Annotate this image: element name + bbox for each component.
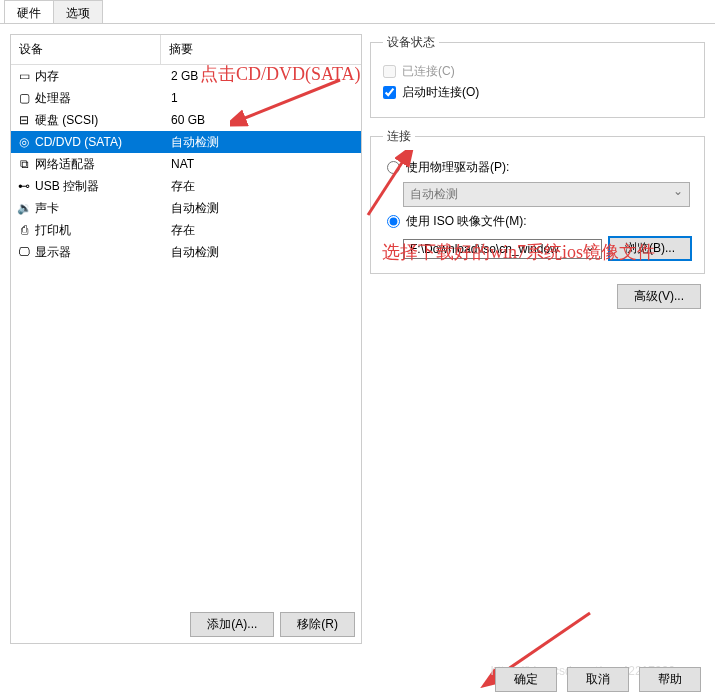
disk-icon: ⊟ (15, 113, 33, 127)
header-summary: 摘要 (161, 35, 361, 64)
help-button[interactable]: 帮助 (639, 667, 701, 692)
use-physical-label: 使用物理驱动器(P): (406, 159, 509, 176)
connection-group: 连接 使用物理驱动器(P): 自动检测 使用 ISO 映像文件(M): F:\D… (370, 128, 705, 274)
iso-path-dropdown[interactable]: F:\Download\iso\cn_window (403, 239, 602, 259)
device-summary: 自动检测 (165, 134, 357, 151)
device-status-legend: 设备状态 (383, 34, 439, 51)
device-name: 声卡 (33, 200, 165, 217)
device-name: 处理器 (33, 90, 165, 107)
connection-legend: 连接 (383, 128, 415, 145)
printer-icon: ⎙ (15, 223, 33, 237)
device-summary: 60 GB (165, 113, 357, 127)
device-name: 显示器 (33, 244, 165, 261)
tab-options[interactable]: 选项 (53, 0, 103, 23)
header-device: 设备 (11, 35, 161, 64)
device-summary: NAT (165, 157, 357, 171)
tab-hardware[interactable]: 硬件 (4, 0, 54, 23)
device-summary: 1 (165, 91, 357, 105)
advanced-button[interactable]: 高级(V)... (617, 284, 701, 309)
add-button[interactable]: 添加(A)... (190, 612, 274, 637)
device-row[interactable]: ⊟硬盘 (SCSI)60 GB (11, 109, 361, 131)
network-icon: ⧉ (15, 157, 33, 171)
use-physical-radio[interactable] (387, 161, 400, 174)
device-status-group: 设备状态 已连接(C) 启动时连接(O) (370, 34, 705, 118)
use-iso-label: 使用 ISO 映像文件(M): (406, 213, 527, 230)
remove-button[interactable]: 移除(R) (280, 612, 355, 637)
connected-label: 已连接(C) (402, 63, 455, 80)
browse-button[interactable]: 浏览(B)... (608, 236, 692, 261)
cpu-icon: ▢ (15, 91, 33, 105)
device-name: CD/DVD (SATA) (33, 135, 165, 149)
usb-icon: ⊷ (15, 179, 33, 193)
connect-on-start-checkbox[interactable] (383, 86, 396, 99)
device-summary: 2 GB (165, 69, 357, 83)
device-row[interactable]: ▭内存2 GB (11, 65, 361, 87)
device-row[interactable]: ◎CD/DVD (SATA)自动检测 (11, 131, 361, 153)
device-row[interactable]: 🔉声卡自动检测 (11, 197, 361, 219)
display-icon: 🖵 (15, 245, 33, 259)
device-name: 打印机 (33, 222, 165, 239)
device-row[interactable]: ⎙打印机存在 (11, 219, 361, 241)
device-list: ▭内存2 GB▢处理器1⊟硬盘 (SCSI)60 GB◎CD/DVD (SATA… (11, 65, 361, 606)
device-summary: 存在 (165, 222, 357, 239)
device-name: 内存 (33, 68, 165, 85)
device-name: 硬盘 (SCSI) (33, 112, 165, 129)
device-name: USB 控制器 (33, 178, 165, 195)
device-name: 网络适配器 (33, 156, 165, 173)
sound-icon: 🔉 (15, 201, 33, 215)
device-panel: 设备 摘要 ▭内存2 GB▢处理器1⊟硬盘 (SCSI)60 GB◎CD/DVD… (10, 34, 362, 644)
device-row[interactable]: 🖵显示器自动检测 (11, 241, 361, 263)
memory-icon: ▭ (15, 69, 33, 83)
device-row[interactable]: ⧉网络适配器NAT (11, 153, 361, 175)
use-iso-radio[interactable] (387, 215, 400, 228)
cd-icon: ◎ (15, 135, 33, 149)
settings-panel: 设备状态 已连接(C) 启动时连接(O) 连接 使用物理驱动器(P): 自动检测… (370, 34, 705, 644)
device-summary: 自动检测 (165, 244, 357, 261)
cancel-button[interactable]: 取消 (567, 667, 629, 692)
device-row[interactable]: ▢处理器1 (11, 87, 361, 109)
device-summary: 存在 (165, 178, 357, 195)
device-summary: 自动检测 (165, 200, 357, 217)
connected-checkbox (383, 65, 396, 78)
physical-drive-dropdown: 自动检测 (403, 182, 690, 207)
connect-on-start-label: 启动时连接(O) (402, 84, 479, 101)
ok-button[interactable]: 确定 (495, 667, 557, 692)
device-row[interactable]: ⊷USB 控制器存在 (11, 175, 361, 197)
